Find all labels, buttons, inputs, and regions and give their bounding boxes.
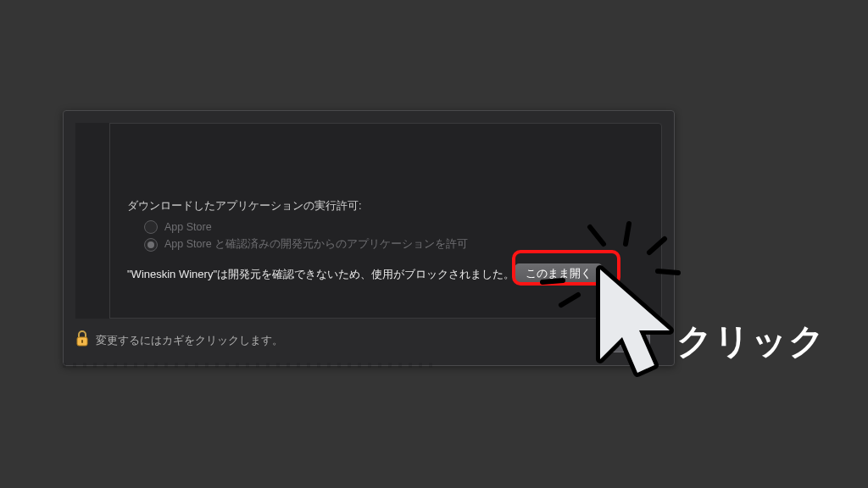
svg-rect-1: [81, 340, 83, 343]
lock-icon[interactable]: [75, 330, 89, 351]
lock-footer-text: 変更するにはカギをクリックします。: [96, 334, 283, 348]
panel-left-gutter: [75, 123, 110, 319]
annotation-click-label: クリック: [676, 318, 826, 365]
blocked-app-message: "Wineskin Winery"は開発元を確認できないため、使用がブロックされ…: [127, 267, 515, 282]
security-privacy-panel: ダウンロードしたアプリケーションの実行許可: App Store App Sto…: [63, 110, 675, 366]
open-anyway-button[interactable]: このまま開く: [515, 263, 603, 285]
radio-identified-label: App Store と確認済みの開発元からのアプリケーションを許可: [164, 237, 468, 252]
radio-appstore-row: App Store: [144, 220, 648, 234]
radio-identified-developers: [144, 238, 158, 252]
radio-identified-row: App Store と確認済みの開発元からのアプリケーションを許可: [144, 237, 648, 252]
decorative-stripe: [63, 363, 436, 368]
radio-appstore: [144, 220, 158, 234]
allow-apps-section-title: ダウンロードしたアプリケーションの実行許可:: [127, 198, 648, 214]
advanced-button[interactable]: 詳細...: [598, 331, 650, 352]
radio-appstore-label: App Store: [164, 221, 212, 233]
